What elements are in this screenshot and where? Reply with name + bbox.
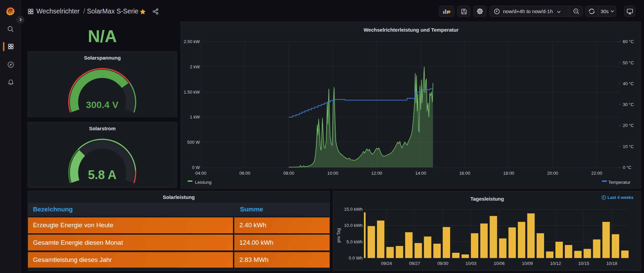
- svg-text:1 kW: 1 kW: [190, 114, 200, 120]
- svg-text:04:00: 04:00: [195, 171, 206, 176]
- svg-text:0 °C: 0 °C: [623, 165, 631, 170]
- svg-text:12:00: 12:00: [371, 171, 382, 176]
- svg-text:20:00: 20:00: [547, 171, 558, 176]
- svg-text:2 kW: 2 kW: [190, 64, 200, 69]
- svg-text:5.0 kWh: 5.0 kWh: [346, 239, 363, 244]
- svg-text:50 °C: 50 °C: [623, 60, 634, 65]
- svg-text:40 °C: 40 °C: [623, 81, 634, 86]
- svg-text:60 °C: 60 °C: [623, 39, 634, 44]
- svg-text:20 °C: 20 °C: [623, 123, 634, 128]
- svg-text:18:00: 18:00: [503, 171, 514, 176]
- svg-text:0.0 Wh: 0.0 Wh: [349, 255, 363, 261]
- svg-text:10 °C: 10 °C: [623, 144, 634, 149]
- svg-text:10/09: 10/09: [522, 261, 533, 266]
- svg-text:10/15: 10/15: [578, 261, 589, 266]
- svg-text:10/18: 10/18: [606, 261, 617, 266]
- svg-text:30 °C: 30 °C: [623, 102, 634, 107]
- svg-text:Tagesleistung: Tagesleistung: [470, 196, 504, 202]
- svg-text:Last 4 weeks: Last 4 weeks: [608, 195, 634, 200]
- svg-text:16:00: 16:00: [459, 171, 470, 176]
- svg-text:500 W: 500 W: [187, 140, 200, 145]
- svg-text:09/30: 09/30: [437, 261, 448, 266]
- svg-text:09/24: 09/24: [381, 261, 392, 266]
- svg-text:0 W: 0 W: [192, 165, 200, 170]
- svg-text:10/12: 10/12: [550, 261, 561, 266]
- svg-text:10.0 kWh: 10.0 kWh: [344, 223, 363, 228]
- svg-text:10:00: 10:00: [327, 171, 338, 176]
- svg-text:300.4 V: 300.4 V: [86, 100, 118, 110]
- svg-text:Temperatur: Temperatur: [608, 180, 631, 185]
- svg-text:10/03: 10/03: [466, 261, 477, 266]
- svg-text:Wechselrichterleistung und Tem: Wechselrichterleistung und Temperatur: [364, 27, 459, 33]
- svg-text:1.50 kW: 1.50 kW: [184, 90, 200, 95]
- svg-text:pro Tag: pro Tag: [336, 228, 341, 242]
- svg-text:2.50 kW: 2.50 kW: [184, 39, 200, 44]
- svg-text:10/06: 10/06: [494, 261, 505, 266]
- svg-text:Leistung: Leistung: [195, 180, 211, 185]
- svg-text:22:00: 22:00: [591, 171, 602, 176]
- svg-text:5.8 A: 5.8 A: [88, 168, 116, 182]
- svg-text:15.0 kWh: 15.0 kWh: [344, 207, 363, 212]
- svg-text:14:00: 14:00: [415, 171, 427, 176]
- svg-text:08:00: 08:00: [283, 171, 295, 176]
- svg-text:09/27: 09/27: [409, 261, 420, 266]
- svg-text:06:00: 06:00: [239, 171, 250, 176]
